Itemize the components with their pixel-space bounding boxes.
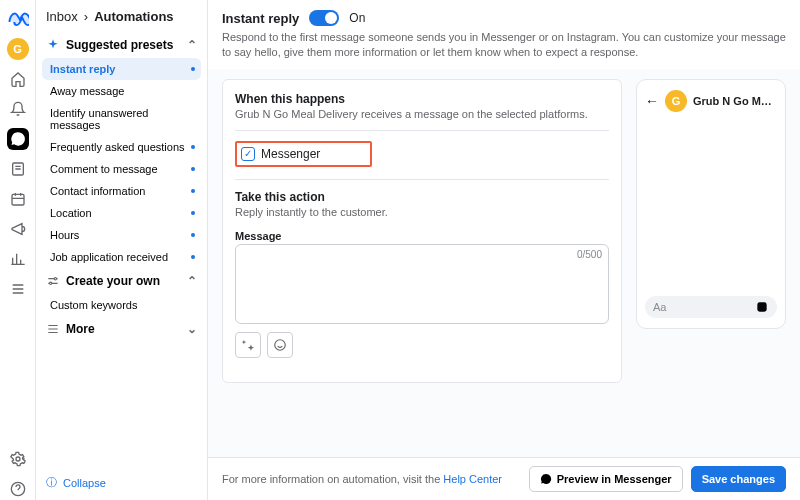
- footer-bar: For more information on automation, visi…: [208, 457, 800, 500]
- preset-away-message[interactable]: Away message: [42, 80, 201, 102]
- chevron-up-icon: ⌃: [187, 38, 197, 52]
- suggested-preset-list: Instant reply Away message Identify unan…: [36, 58, 207, 268]
- svg-point-5: [50, 282, 52, 284]
- automation-title: Instant reply: [222, 11, 299, 26]
- svg-point-4: [54, 278, 56, 280]
- platform-messenger-row[interactable]: ✓ Messenger: [235, 141, 372, 167]
- preset-hours[interactable]: Hours: [42, 224, 201, 246]
- sparkle-icon: [46, 38, 60, 52]
- save-changes-button[interactable]: Save changes: [691, 466, 786, 492]
- action-description: Reply instantly to the customer.: [235, 206, 609, 218]
- automation-header: Instant reply On Respond to the first me…: [208, 0, 800, 69]
- breadcrumb-current: Automations: [94, 9, 173, 24]
- preset-contact-info[interactable]: Contact information: [42, 180, 201, 202]
- help-icon[interactable]: [7, 478, 29, 500]
- inbox-icon[interactable]: [7, 128, 29, 150]
- info-icon: ⓘ: [46, 475, 57, 490]
- checkbox-checked-icon[interactable]: ✓: [241, 147, 255, 161]
- message-label: Message: [235, 230, 609, 242]
- char-counter: 0/500: [577, 249, 602, 260]
- preset-faq[interactable]: Frequently asked questions: [42, 136, 201, 158]
- collapse-label: Collapse: [63, 477, 106, 489]
- meta-logo-icon: [7, 8, 29, 30]
- breadcrumb: Inbox › Automations: [36, 0, 207, 32]
- messenger-icon: [540, 473, 552, 485]
- home-icon[interactable]: [7, 68, 29, 90]
- section-suggested-presets[interactable]: Suggested presets ⌃: [36, 32, 207, 58]
- presets-panel: Inbox › Automations Suggested presets ⌃ …: [36, 0, 208, 500]
- svg-point-6: [275, 340, 286, 351]
- preset-comment-to-message[interactable]: Comment to message: [42, 158, 201, 180]
- breadcrumb-parent[interactable]: Inbox: [46, 9, 78, 24]
- list-icon: [46, 322, 60, 336]
- chevron-right-icon: ›: [84, 9, 88, 24]
- enable-toggle[interactable]: [309, 10, 339, 26]
- preset-identify-unanswered[interactable]: Identify unanswered messages: [42, 102, 201, 136]
- section-title: Create your own: [66, 274, 160, 288]
- preview-in-messenger-button[interactable]: Preview in Messenger: [529, 466, 683, 492]
- emoji-button[interactable]: [267, 332, 293, 358]
- when-description: Grub N Go Meal Delivery receives a messa…: [235, 108, 609, 120]
- preview-placeholder: Aa: [653, 301, 755, 313]
- svg-point-2: [16, 457, 20, 461]
- settings-icon[interactable]: [7, 448, 29, 470]
- messenger-preview: ← G Grub N Go M… Aa: [636, 79, 786, 329]
- svg-rect-7: [757, 302, 766, 311]
- chevron-down-icon: ⌄: [187, 322, 197, 336]
- account-avatar[interactable]: G: [7, 38, 29, 60]
- insights-icon[interactable]: [7, 248, 29, 270]
- preview-input: Aa: [645, 296, 777, 318]
- adjust-icon: [46, 274, 60, 288]
- footer-info: For more information on automation, visi…: [222, 473, 502, 485]
- preset-custom-keywords[interactable]: Custom keywords: [42, 294, 201, 316]
- help-center-link[interactable]: Help Center: [443, 473, 502, 485]
- preview-avatar: G: [665, 90, 687, 112]
- message-textarea[interactable]: 0/500: [235, 244, 609, 324]
- automation-editor: When this happens Grub N Go Meal Deliver…: [222, 79, 622, 383]
- main-content: Instant reply On Respond to the first me…: [208, 0, 800, 500]
- menu-icon[interactable]: [7, 278, 29, 300]
- section-title: Suggested presets: [66, 38, 173, 52]
- collapse-button[interactable]: ⓘ Collapse: [36, 465, 207, 500]
- custom-preset-list: Custom keywords: [36, 294, 207, 316]
- back-arrow-icon[interactable]: ←: [645, 93, 659, 109]
- personalize-button[interactable]: [235, 332, 261, 358]
- section-create-your-own[interactable]: Create your own ⌃: [36, 268, 207, 294]
- sticker-icon: [755, 300, 769, 314]
- preset-instant-reply[interactable]: Instant reply: [42, 58, 201, 80]
- preset-location[interactable]: Location: [42, 202, 201, 224]
- automation-description: Respond to the first message someone sen…: [222, 30, 786, 61]
- preset-job-application[interactable]: Job application received: [42, 246, 201, 268]
- section-title: More: [66, 322, 95, 336]
- preview-name: Grub N Go M…: [693, 95, 777, 107]
- nav-rail: G: [0, 0, 36, 500]
- posts-icon[interactable]: [7, 158, 29, 180]
- section-more[interactable]: More ⌄: [36, 316, 207, 342]
- ads-icon[interactable]: [7, 218, 29, 240]
- chevron-up-icon: ⌃: [187, 274, 197, 288]
- when-title: When this happens: [235, 92, 609, 106]
- svg-rect-1: [12, 194, 24, 205]
- toggle-state-label: On: [349, 11, 365, 25]
- action-title: Take this action: [235, 190, 609, 204]
- platform-label: Messenger: [261, 147, 320, 161]
- notifications-icon[interactable]: [7, 98, 29, 120]
- planner-icon[interactable]: [7, 188, 29, 210]
